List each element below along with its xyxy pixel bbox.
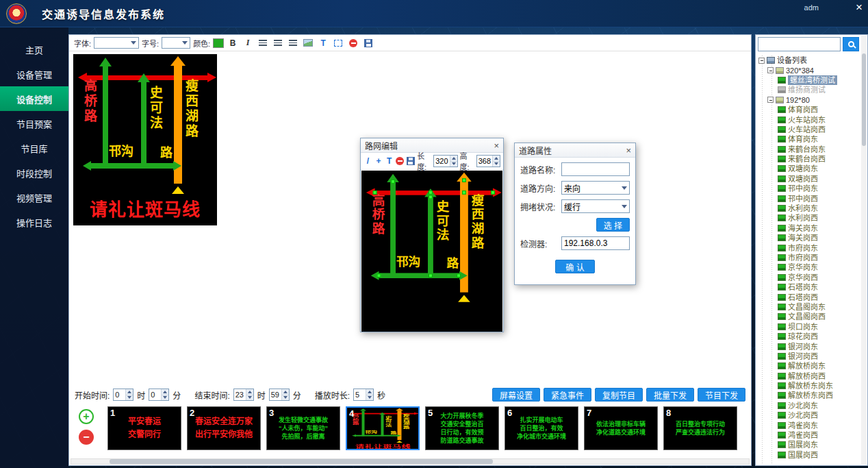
edit-handle[interactable]: [462, 190, 466, 195]
program-thumbnail-selected[interactable]: 4 高桥路 史可法 瘦西湖路 邗沟: [346, 406, 420, 450]
tree-item[interactable]: 双塘岗西: [758, 174, 860, 184]
spin-down-icon[interactable]: [366, 395, 373, 401]
tree-item[interactable]: 体育岗西: [758, 105, 860, 114]
tree-item[interactable]: 解放桥岗西: [758, 371, 860, 381]
tree-item[interactable]: 320*384: [758, 65, 860, 75]
tree-item[interactable]: 螺丝湾桥测试: [758, 75, 860, 85]
sidebar-item[interactable]: 操作日志: [0, 210, 68, 234]
edit-handle[interactable]: [429, 190, 433, 195]
dialog-title-bar[interactable]: 路网编辑 ×: [361, 138, 503, 153]
sidebar-item[interactable]: 节目预案: [0, 111, 68, 136]
tree-item[interactable]: 市府岗东: [758, 243, 860, 252]
tree-item[interactable]: 银河岗西: [758, 352, 860, 361]
edit-handle[interactable]: [462, 178, 466, 182]
tree-item[interactable]: 国展岗东: [758, 440, 860, 449]
confirm-button[interactable]: 确 认: [555, 260, 595, 273]
end-hour-stepper[interactable]: 23: [233, 389, 254, 401]
tree-item[interactable]: 沙北岗东: [758, 401, 860, 410]
window-close-icon[interactable]: ×: [856, 1, 863, 14]
delete-icon[interactable]: [347, 37, 359, 49]
remove-program-button[interactable]: −: [79, 430, 94, 445]
tree-item[interactable]: 双塘岗东: [758, 164, 860, 173]
font-size-select[interactable]: [162, 37, 190, 49]
spin-up-icon[interactable]: [246, 389, 253, 395]
spin-up-icon[interactable]: [366, 389, 373, 395]
edit-handle[interactable]: [429, 195, 433, 199]
spin-up-icon[interactable]: [126, 389, 133, 395]
tree-item[interactable]: 解放桥岗东: [758, 361, 860, 371]
close-icon[interactable]: ×: [494, 140, 499, 151]
duration-stepper[interactable]: 5: [353, 389, 374, 401]
save-icon[interactable]: [407, 155, 416, 167]
tree-item[interactable]: 文昌阁岗西: [758, 312, 860, 321]
sidebar-item[interactable]: 主页: [0, 37, 68, 62]
program-thumbnail[interactable]: 3 发生轻微交通事故 “人未伤，车能动” 先拍照，后撤离: [266, 406, 340, 450]
network-edit-canvas[interactable]: 高桥路 史可法 瘦西湖路 邗沟 路: [361, 171, 502, 332]
tree-expander-icon[interactable]: [767, 67, 774, 73]
tree-item[interactable]: 维扬商测试: [758, 85, 860, 95]
tree-item[interactable]: 水利岗东: [758, 204, 860, 213]
program-thumbnail[interactable]: 1 平安春运 交警同行: [107, 406, 181, 450]
spin-down-icon[interactable]: [126, 395, 133, 401]
tree-item[interactable]: 水利岗西: [758, 213, 860, 223]
detector-input[interactable]: [561, 236, 630, 250]
search-button[interactable]: [843, 37, 859, 51]
italic-button[interactable]: I: [242, 37, 254, 49]
tree-item[interactable]: 火车站岗西: [758, 125, 860, 134]
tree-item[interactable]: 来鹤台岗东: [758, 145, 860, 154]
edit-handle[interactable]: [457, 273, 461, 278]
frame-icon[interactable]: [332, 37, 344, 49]
dialog-title-bar[interactable]: 道路属性 ×: [515, 143, 635, 158]
tree-item[interactable]: 邗中岗西: [758, 193, 860, 203]
congestion-select[interactable]: 缓行: [561, 199, 630, 213]
end-minute-stepper[interactable]: 59: [269, 389, 290, 401]
edit-handle[interactable]: [373, 190, 377, 195]
tree-item[interactable]: 京华岗东: [758, 262, 860, 272]
tree-item[interactable]: 192*80: [758, 95, 860, 105]
close-icon[interactable]: ×: [626, 145, 631, 156]
tree-item[interactable]: 设备列表: [758, 56, 860, 65]
add-node-icon[interactable]: +: [374, 155, 383, 167]
tree-item[interactable]: 火车站岗东: [758, 114, 860, 124]
text-tool-icon[interactable]: T: [385, 155, 394, 167]
edit-handle[interactable]: [377, 273, 381, 278]
start-minute-stepper[interactable]: 0: [149, 389, 169, 401]
tree-item[interactable]: 沙北岗西: [758, 410, 860, 420]
align-left-icon[interactable]: [257, 37, 269, 49]
road-name-input[interactable]: [561, 162, 630, 176]
tree-item[interactable]: 国展岗西: [758, 450, 860, 460]
delete-icon[interactable]: [396, 155, 405, 167]
program-thumbnail[interactable]: 8 百日整治专项行动 严查交通违法行为: [663, 406, 737, 450]
spin-down-icon[interactable]: [246, 395, 253, 401]
horizontal-scrollbar-thumb[interactable]: [110, 459, 493, 464]
program-thumbnail[interactable]: 7 依法治理非标车辆 净化道路交通环境: [584, 406, 658, 450]
action-button[interactable]: 复制节目: [595, 388, 643, 402]
color-swatch[interactable]: [213, 38, 224, 48]
tree-item[interactable]: 海关岗东: [758, 223, 860, 233]
action-button[interactable]: 节目下发: [698, 388, 745, 402]
program-thumbnail[interactable]: 6 扎实开展电动车 百日整治，有效 净化城市交通环境: [505, 406, 578, 450]
tree-item[interactable]: 石塔岗东: [758, 282, 860, 292]
add-program-button[interactable]: +: [79, 409, 94, 424]
action-button[interactable]: 屏幕设置: [492, 388, 540, 402]
spin-up-icon[interactable]: [162, 389, 168, 395]
vertical-scrollbar[interactable]: [861, 36, 867, 465]
tree-item[interactable]: 体育岗东: [758, 134, 860, 144]
spin-down-icon[interactable]: [450, 161, 457, 167]
tree-item[interactable]: 坝口岗东: [758, 322, 860, 332]
edit-handle[interactable]: [491, 190, 495, 195]
tree-item[interactable]: 石塔岗西: [758, 292, 860, 301]
length-stepper[interactable]: 320: [433, 155, 457, 167]
tree-item[interactable]: 鸿雀岗东: [758, 420, 860, 430]
spin-up-icon[interactable]: [493, 156, 500, 161]
program-thumbnail[interactable]: 2 春运安全连万家 出行平安你我他: [187, 406, 261, 450]
save-icon[interactable]: [362, 37, 374, 49]
vertical-scrollbar-thumb[interactable]: [862, 53, 866, 146]
road-direction-select[interactable]: 来向: [561, 181, 630, 195]
tree-item[interactable]: 邗中岗东: [758, 184, 860, 193]
tree-item[interactable]: 鸿雀岗西: [758, 430, 860, 440]
tree-item[interactable]: 来鹤台岗西: [758, 154, 860, 164]
tree-item[interactable]: 银河岗东: [758, 341, 860, 351]
tree-expander-icon[interactable]: [767, 97, 774, 103]
tree-expander-icon[interactable]: [758, 58, 765, 64]
